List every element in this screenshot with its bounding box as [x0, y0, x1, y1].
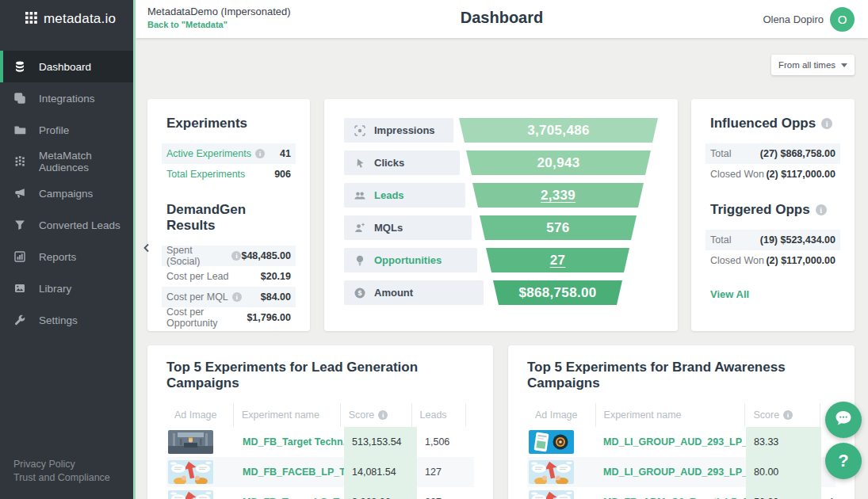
ad-thumbnail-arrow-cartoon[interactable]: [529, 490, 574, 499]
influenced-total-value: (27) $868,758.00: [760, 148, 835, 159]
funnel-stage-label[interactable]: Leads: [374, 189, 404, 201]
experiment-name-link[interactable]: MD_LI_GROUP_AUD_293_LP_We...: [595, 427, 746, 457]
experiment-name-link[interactable]: MD_LI_GROUP_AUD_293_LP_CT...: [595, 457, 746, 487]
info-icon[interactable]: [816, 204, 827, 215]
info-icon[interactable]: [783, 410, 793, 420]
logo-grid-icon: [25, 12, 37, 27]
time-range-label: From all times: [778, 60, 835, 70]
funnel-stage-value: 20,943: [537, 155, 580, 171]
total-experiments-label[interactable]: Total Experiments: [166, 169, 245, 180]
funnel-stage-label[interactable]: Opportunities: [374, 254, 442, 266]
table-row: MD_FB_FACEB_LP_Ta... 14,081.54 127: [166, 457, 474, 487]
chat-button[interactable]: [825, 402, 862, 438]
back-to-metadata-link[interactable]: Back to "Metadata": [147, 20, 291, 29]
funnel-stage-value: 3,705,486: [527, 123, 589, 139]
influenced-opps-title: Influenced Opps: [710, 116, 816, 131]
spent-social-value: $48,485.00: [241, 250, 291, 261]
sidebar-item-metamatch-audiences[interactable]: MetaMatch Audiences: [0, 146, 133, 177]
funnel-stage-value: 576: [546, 220, 569, 236]
score-value: 80.00: [746, 457, 821, 487]
image-icon: [13, 282, 26, 295]
user-menu[interactable]: Olena Dopiro O: [763, 0, 855, 38]
column-header-score: Score: [349, 409, 375, 421]
info-icon[interactable]: [232, 292, 242, 302]
time-range-dropdown[interactable]: From all times: [771, 55, 855, 75]
column-header-leads: Leads: [411, 403, 465, 427]
triggered-total-row: Total (19) $523,434.00: [705, 230, 840, 250]
leads-icon: [354, 189, 366, 202]
question-mark-icon: ?: [838, 451, 848, 471]
column-header-score: Score: [753, 409, 779, 421]
sidebar-item-converted-leads[interactable]: Converted Leads: [0, 209, 133, 241]
opps-card: Influenced Opps Total (27) $868,758.00 C…: [691, 99, 855, 331]
table-row: MD_FB_Targe_LG_Tar... 3,268.26 227: [166, 487, 474, 499]
demandgen-title: DemandGen Results: [166, 202, 291, 234]
lead-gen-table-card: Top 5 Experiments for Lead Generation Ca…: [147, 345, 493, 499]
ad-thumbnail-arrow-cartoon[interactable]: [168, 490, 213, 499]
lead-gen-table-title: Top 5 Experiments for Lead Generation Ca…: [166, 360, 474, 391]
cost-per-opportunity-label: Cost per Opportunity: [166, 307, 247, 329]
ad-thumbnail-tablet-coffee[interactable]: [529, 430, 574, 454]
sidebar-item-campaigns[interactable]: Campaigns: [0, 177, 133, 209]
funnel-bar-leads: 2,339: [472, 183, 644, 208]
svg-text:$: $: [358, 289, 361, 297]
sidebar-item-library[interactable]: Library: [0, 272, 133, 304]
ad-thumbnail-office-scene[interactable]: [168, 430, 213, 454]
triggered-total-value: (19) $523,434.00: [760, 234, 835, 246]
cost-per-lead-label: Cost per Lead: [166, 271, 229, 282]
integrations-icon: [13, 92, 26, 105]
sidebar-collapse-chevron-icon[interactable]: [142, 239, 155, 257]
sidebar-accent-strip: [133, 0, 136, 499]
sidebar-item-label: Converted Leads: [39, 219, 120, 231]
experiment-name-link[interactable]: MD_FB_ABM_G2_Functi_LP_De...: [595, 487, 746, 499]
active-experiments-label[interactable]: Active Experiments: [166, 148, 251, 159]
influenced-closed-won-label: Closed Won: [710, 169, 764, 180]
cost-per-mql-row: Cost per MQL $84.00: [162, 287, 296, 307]
avatar[interactable]: O: [830, 7, 855, 32]
spent-social-row: Spent (Social) $48,485.00: [162, 246, 296, 266]
trust-compliance-link[interactable]: Trust and Compliance: [13, 471, 110, 485]
score-value: 513,153.54: [344, 427, 417, 457]
influenced-total-row: Total (27) $868,758.00: [705, 143, 840, 164]
sidebar-item-label: Library: [39, 283, 71, 295]
info-icon[interactable]: [255, 149, 265, 158]
info-icon[interactable]: [821, 118, 832, 129]
wrench-icon: [13, 314, 26, 326]
funnel-stage-label: Amount: [374, 287, 413, 299]
top-header: MetadataDemo (Impersonated) Back to "Met…: [136, 0, 868, 38]
funnel-stage-value: $868,758.00: [519, 285, 597, 301]
experiment-name-link[interactable]: MD_FB_Targe_LG_Tar...: [235, 487, 344, 499]
sidebar-item-settings[interactable]: Settings: [0, 304, 133, 336]
folder-icon: [13, 124, 26, 136]
sidebar-item-reports[interactable]: Reports: [0, 241, 133, 272]
sidebar-item-label: Reports: [39, 251, 76, 263]
leads-value-link[interactable]: 2,339: [541, 188, 575, 204]
sidebar-item-integrations[interactable]: Integrations: [0, 82, 133, 114]
help-button[interactable]: ?: [825, 443, 862, 479]
funnel-stage-impressions: Impressions 3,705,486: [324, 118, 678, 143]
info-icon[interactable]: [231, 251, 241, 261]
score-value: 14,081.54: [344, 457, 417, 487]
brand-logo[interactable]: metadata.io: [0, 0, 133, 38]
ad-thumbnail-arrow-cartoon[interactable]: [529, 460, 574, 484]
experiment-name-link[interactable]: MD_FB_Target Techn...: [235, 427, 344, 457]
sidebar-item-dashboard[interactable]: Dashboard: [0, 51, 133, 82]
sidebar-item-profile[interactable]: Profile: [0, 114, 133, 146]
influenced-total-label: Total: [710, 148, 731, 159]
c-value: 1: [821, 487, 835, 499]
ad-thumbnail-arrow-cartoon[interactable]: [168, 460, 213, 484]
cost-per-mql-value: $84.00: [261, 291, 291, 303]
funnel-bar-opportunities: 27: [486, 248, 629, 272]
sidebar-item-label: Profile: [39, 124, 69, 136]
total-experiments-value: 906: [274, 169, 291, 180]
page-title: Dashboard: [461, 9, 543, 27]
opportunities-value-link[interactable]: 27: [550, 253, 566, 269]
view-all-link[interactable]: View All: [710, 288, 835, 300]
info-icon[interactable]: [378, 410, 388, 420]
sidebar: metadata.io Dashboard Integrations Profi…: [0, 0, 133, 499]
experiment-name-link[interactable]: MD_FB_FACEB_LP_Ta...: [235, 457, 344, 487]
active-experiments-value: 41: [280, 148, 291, 159]
table-row: MD_FB_Target Techn... 513,153.54 1,506: [166, 427, 474, 457]
privacy-policy-link[interactable]: Privacy Policy: [13, 458, 110, 471]
leads-value: 227: [417, 487, 472, 499]
